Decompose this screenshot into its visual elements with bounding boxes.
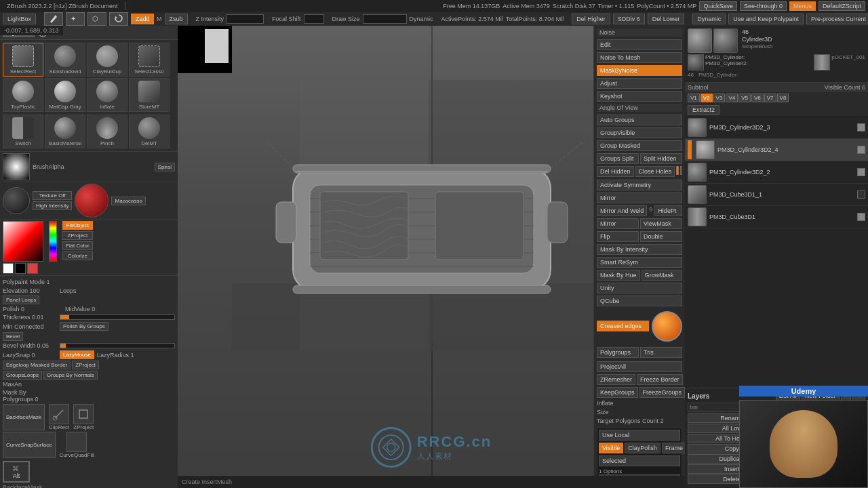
- subtool-pm3d-cube-1[interactable]: PM3D_Cube3D1_1: [685, 184, 868, 206]
- pocket-thumb[interactable]: [814, 54, 830, 70]
- v5-tab[interactable]: V5: [738, 94, 751, 102]
- brush-item-claybuildup[interactable]: ClayBuildup: [87, 43, 127, 77]
- close-holes-btn[interactable]: Close Holes: [635, 166, 675, 177]
- del-lower-btn[interactable]: Del Lower: [648, 14, 685, 24]
- simple-brush-thumb[interactable]: [713, 28, 738, 53]
- basic-material-sphere[interactable]: [3, 187, 30, 214]
- brush-item-skinshadow[interactable]: Skinshadow4: [45, 43, 85, 77]
- vis-pm3d-3d2-2[interactable]: [857, 168, 865, 176]
- brush-item-delmt[interactable]: DelMT: [129, 115, 170, 148]
- mask-by-noise-btn[interactable]: MaskByNoise: [597, 65, 682, 76]
- red-material-sphere[interactable]: [75, 184, 108, 218]
- qcube-btn[interactable]: QCube: [597, 296, 682, 306]
- scale-tool-btn[interactable]: ⬡: [87, 12, 106, 26]
- v6-tab[interactable]: V6: [751, 94, 764, 102]
- grow-mask-btn[interactable]: GrowMask: [642, 270, 682, 281]
- selected-btn[interactable]: Selected: [599, 455, 680, 466]
- thickness-slider[interactable]: [60, 314, 175, 320]
- v2-tab[interactable]: V2: [701, 94, 713, 102]
- clipcurve-icon[interactable]: [49, 404, 69, 424]
- colorize-btn[interactable]: Colorize: [62, 251, 93, 260]
- color-gradient-picker[interactable]: [3, 221, 43, 262]
- brush-item-toyplastic[interactable]: ToyPlastic: [3, 78, 43, 112]
- color-swatch-red[interactable]: [27, 263, 38, 274]
- alpha-preview[interactable]: [3, 153, 30, 180]
- polygroups-btn[interactable]: Polygroups: [597, 347, 639, 358]
- zadd-btn[interactable]: Zadd: [131, 14, 154, 24]
- pre-process-btn[interactable]: Pre-process Current: [806, 14, 868, 24]
- curve-snap-btn[interactable]: CurveSnapSurface: [3, 432, 56, 458]
- quick-save-btn[interactable]: QuickSave: [699, 1, 737, 11]
- vis-pm3d-3d2-4[interactable]: [857, 146, 865, 154]
- brush-item-basicmaterial[interactable]: BasicMaterial: [45, 115, 85, 148]
- subtool-pm3d-3d2-4[interactable]: PM3D_Cylinder3D2_4: [685, 139, 868, 161]
- color-hue-slider[interactable]: [49, 221, 57, 262]
- backmask-left-btn[interactable]: BackfaceMask: [3, 404, 45, 430]
- brush-item-selectlasso[interactable]: SelectLasso: [129, 43, 170, 77]
- lazymouse-btn[interactable]: LazyMouse: [60, 350, 94, 359]
- curvequadfill-icon[interactable]: [66, 432, 87, 452]
- noise-label[interactable]: Noise: [597, 28, 682, 37]
- z-intensity-input[interactable]: 25: [226, 14, 264, 24]
- v1-tab[interactable]: V1: [688, 94, 700, 102]
- clay-polish-btn[interactable]: ClayPolish: [625, 443, 660, 453]
- freeze-border-btn[interactable]: Freeze Border: [637, 374, 683, 385]
- macacasso-btn[interactable]: Macacasso: [111, 197, 145, 205]
- frame-mesh-btn[interactable]: Frame Mesh: [662, 443, 685, 453]
- draw-size-input[interactable]: 31.48915: [363, 14, 407, 24]
- zproject-icon[interactable]: [73, 404, 94, 424]
- polish-by-groups-btn[interactable]: Polish By Groups: [60, 322, 108, 331]
- v4-tab[interactable]: V4: [726, 94, 738, 102]
- move-tool-btn[interactable]: ✦: [66, 12, 85, 26]
- groups-split-btn[interactable]: Groups Split: [597, 153, 639, 164]
- hidepoint-btn[interactable]: HidePt: [654, 205, 682, 216]
- zproject-fill-btn[interactable]: ZProject: [62, 231, 93, 240]
- bevel-width-slider[interactable]: [60, 343, 175, 348]
- double-btn[interactable]: Double: [640, 231, 682, 242]
- brush-item-inflate[interactable]: Inflate: [87, 78, 127, 112]
- brush-item-switch[interactable]: Switch: [3, 115, 43, 148]
- v7-tab[interactable]: V7: [764, 94, 776, 102]
- zproject-bottom-btn[interactable]: ZProject: [72, 361, 99, 369]
- texture-off-btn[interactable]: Texture Off: [33, 191, 72, 200]
- brush-item-selectrect[interactable]: SelectRect: [3, 43, 43, 77]
- draw-tool-btn[interactable]: [44, 12, 63, 26]
- activate-symmetry-btn[interactable]: Activate Symmetry: [597, 180, 682, 190]
- mirror2-btn[interactable]: Mirror: [597, 218, 639, 229]
- vis-pm3d-cube-1[interactable]: [857, 190, 865, 199]
- pm3d-small-thumb[interactable]: [688, 54, 704, 70]
- visible-btn[interactable]: Visible: [599, 443, 623, 453]
- alt-btn[interactable]: ⌘ Alt: [3, 461, 30, 483]
- zsub-btn[interactable]: Zsub: [165, 14, 188, 24]
- keyshot-btn[interactable]: Keyshot: [597, 91, 682, 102]
- subtool-pm3d-cube[interactable]: PM3D_Cube3D1: [685, 206, 868, 228]
- subtool-pm3d-3d2-3[interactable]: PM3D_Cylinder3D2_3: [685, 117, 868, 139]
- sdiv-btn[interactable]: SDDiv 6: [613, 14, 645, 24]
- tris-btn[interactable]: Tris: [640, 347, 682, 358]
- default2script-btn[interactable]: DefaultZScript: [818, 1, 865, 11]
- color-swatch-black[interactable]: [15, 263, 26, 274]
- groups-by-normals-btn[interactable]: Groups By Normals: [43, 371, 98, 380]
- mask-by-intensity-btn[interactable]: Mask By Intensity: [597, 244, 682, 255]
- rotate-tool-btn[interactable]: [109, 12, 128, 26]
- bevel-btn[interactable]: Bevel: [3, 332, 23, 341]
- zremesher-btn[interactable]: ZRemesher: [597, 374, 635, 385]
- auto-groups-btn[interactable]: Auto Groups: [597, 115, 682, 125]
- subtool-pm3d-3d2-2[interactable]: PM3D_Cylinder3D2_2: [685, 161, 868, 184]
- group-visible-btn[interactable]: GroupVisible: [597, 127, 682, 138]
- group-masked-btn[interactable]: Group Masked: [597, 140, 682, 151]
- brush-item-storemt[interactable]: StoreMT: [129, 78, 170, 112]
- freeze-groups-btn[interactable]: FreezeGroups: [639, 387, 685, 398]
- vis-pm3d-3d2-3[interactable]: [857, 123, 865, 131]
- use-local-btn[interactable]: Use Local: [599, 430, 680, 441]
- color-swatch-white[interactable]: [3, 263, 14, 274]
- panel-loops-btn[interactable]: Panel Loops: [3, 296, 39, 304]
- high-intensity-btn[interactable]: High Intensity: [33, 201, 72, 210]
- v8-tab[interactable]: V8: [777, 94, 789, 102]
- pm3d-cylinder-thumb[interactable]: [688, 28, 712, 53]
- brush-item-matcapgray[interactable]: MatCap Gray: [45, 78, 85, 112]
- del-higher-btn[interactable]: Del Higher: [572, 14, 610, 24]
- mirror-btn[interactable]: Mirror: [597, 192, 682, 203]
- v3-tab[interactable]: V3: [713, 94, 726, 102]
- edgeloop-btn[interactable]: Edgeloop Masked Border: [3, 361, 71, 369]
